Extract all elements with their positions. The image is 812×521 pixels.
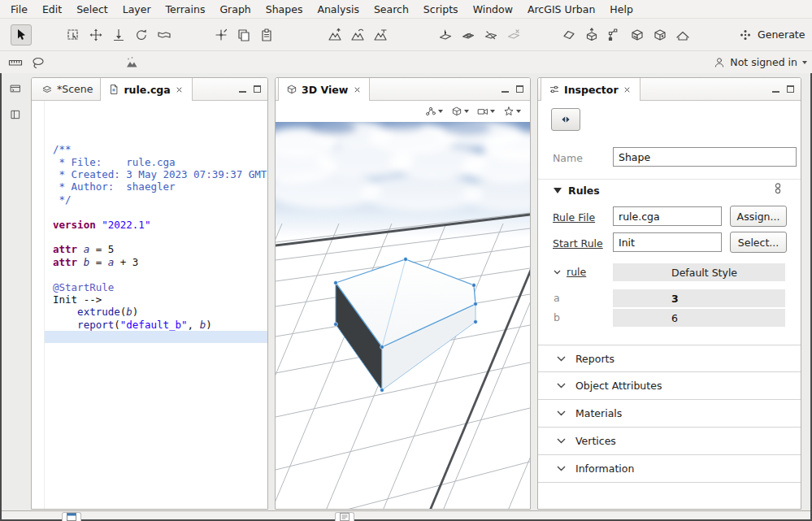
inspector-section-header[interactable]: Materials	[538, 400, 801, 428]
code-line	[32, 206, 267, 218]
menu-item[interactable]: Help	[602, 2, 640, 17]
polygon-face-button[interactable]	[558, 24, 580, 46]
attribute-value[interactable]: 6	[613, 309, 785, 327]
menu-item[interactable]: Graph	[212, 2, 258, 17]
inspector-section-header[interactable]: Object Attributes	[538, 372, 801, 400]
rotate-tool-button[interactable]	[131, 24, 152, 46]
section-menu-icon[interactable]	[774, 182, 782, 195]
menu-item[interactable]: Window	[466, 2, 520, 17]
roof-tool-button[interactable]	[672, 24, 693, 46]
maximize-button[interactable]	[787, 85, 794, 93]
select-tool-button[interactable]	[11, 24, 32, 46]
draw-shape-button[interactable]	[435, 24, 456, 46]
section-label: Reports	[575, 353, 614, 365]
measure-ruler-button[interactable]	[5, 52, 26, 73]
minimized-tab-2[interactable]	[335, 512, 354, 521]
rule-link[interactable]: rule	[567, 266, 586, 278]
duplicate-button[interactable]	[233, 24, 254, 46]
menu-item[interactable]: Layer	[115, 2, 158, 17]
menu-item[interactable]: File	[3, 2, 35, 17]
start-rule-input[interactable]	[613, 232, 722, 252]
inspector-section-header[interactable]: Vertices	[538, 428, 801, 455]
inspector-section-header[interactable]: Information	[538, 455, 801, 483]
chevron-down-icon	[554, 270, 561, 275]
menu-item[interactable]: Terrains	[158, 2, 213, 17]
lasso-select-button[interactable]	[28, 52, 49, 73]
navigator-view-button[interactable]	[7, 106, 24, 124]
name-input[interactable]	[613, 147, 797, 167]
minimized-tab-1[interactable]	[62, 512, 81, 521]
favorites-button[interactable]	[501, 104, 523, 119]
texture-cube-button[interactable]	[627, 24, 648, 46]
start-rule-link[interactable]: Start Rule	[553, 237, 603, 250]
chevron-down-icon	[438, 110, 443, 113]
bookmarks-button[interactable]	[449, 104, 471, 119]
rule-file-link[interactable]: Rule File	[553, 211, 595, 224]
shape-grid-button[interactable]	[458, 24, 479, 46]
tab-inspector[interactable]: Inspector	[541, 78, 640, 101]
extrude-cube-icon	[584, 28, 599, 42]
paste-button[interactable]	[256, 24, 277, 46]
maximize-button[interactable]	[254, 85, 261, 93]
terrain-raise-button[interactable]	[324, 24, 345, 46]
terrain-align-icon	[373, 28, 388, 42]
select-button[interactable]: Select...	[730, 232, 787, 253]
generate-button[interactable]: Generate	[732, 25, 811, 45]
editor-tabbar: *Scene rule.cga	[32, 78, 267, 101]
user-icon	[714, 57, 725, 68]
shape-cleanup-button[interactable]	[503, 24, 524, 46]
assign-button[interactable]: Assign...	[730, 206, 787, 227]
menu-bar: FileEditSelectLayerTerrainsGraphShapesAn…	[0, 0, 812, 19]
rectangle-select-button[interactable]	[63, 24, 84, 46]
shape-subdivide-button[interactable]	[480, 24, 502, 46]
menu-item[interactable]: Select	[69, 2, 115, 17]
menu-item[interactable]: Edit	[35, 2, 69, 17]
draw-shape-icon	[438, 28, 453, 42]
menu-item[interactable]: ArcGIS Urban	[520, 2, 602, 17]
attribute-value[interactable]: 3	[613, 289, 785, 307]
menu-item[interactable]: Search	[367, 2, 416, 17]
log-view-icon	[340, 513, 350, 521]
maximize-button[interactable]	[516, 85, 523, 93]
swap-selection-button[interactable]	[551, 108, 580, 131]
view-settings-button[interactable]	[423, 104, 445, 119]
push-down-button[interactable]	[108, 24, 129, 46]
tab-scene[interactable]: *Scene	[34, 78, 100, 100]
attribute-row[interactable]: a3	[538, 289, 801, 307]
minimize-button[interactable]	[772, 86, 779, 93]
extrude-tool-button[interactable]	[581, 24, 602, 46]
tab-rule-cga[interactable]: rule.cga	[100, 78, 192, 101]
close-icon	[623, 86, 631, 93]
camera-button[interactable]	[475, 104, 497, 119]
edge-vertex-button[interactable]	[604, 24, 625, 46]
menu-item[interactable]: Shapes	[258, 2, 310, 17]
signin-area[interactable]: Not signed in	[714, 56, 812, 68]
move-tool-button[interactable]	[85, 24, 106, 46]
texture-project-button[interactable]	[649, 24, 671, 46]
default-style-label: Default Style	[671, 267, 737, 279]
inspector-section-header[interactable]: Reports	[538, 345, 801, 372]
console-view-button[interactable]	[7, 80, 24, 98]
minimize-button[interactable]	[239, 86, 246, 93]
tab-label: 3D View	[302, 84, 348, 96]
viewport-3d[interactable]	[276, 122, 530, 510]
rules-section-header[interactable]: Rules	[554, 185, 600, 197]
menu-item[interactable]: Scripts	[416, 2, 466, 17]
close-tab-button[interactable]	[175, 85, 185, 94]
minimize-button[interactable]	[502, 86, 509, 93]
shape-grid-icon	[461, 28, 475, 42]
code-editor[interactable]: /** * File: rule.cga * Created: 3 May 20…	[32, 101, 267, 510]
transform-gizmo-button[interactable]	[211, 24, 232, 46]
tab-3d-view[interactable]: 3D View	[278, 78, 370, 101]
terrain-align-button[interactable]	[370, 24, 391, 46]
close-tab-button[interactable]	[352, 85, 362, 94]
attribute-row[interactable]: b6	[538, 309, 801, 327]
rule-subsection-header[interactable]: rule	[554, 266, 586, 278]
terrain-smooth-button[interactable]	[347, 24, 368, 46]
shape-subdivide-icon	[484, 28, 498, 42]
menu-item[interactable]: Analysis	[310, 2, 367, 17]
rule-file-input[interactable]	[613, 206, 722, 226]
panorama-select-button[interactable]	[154, 24, 175, 46]
close-tab-button[interactable]	[623, 85, 632, 94]
terrain-paint-button[interactable]	[121, 52, 142, 73]
